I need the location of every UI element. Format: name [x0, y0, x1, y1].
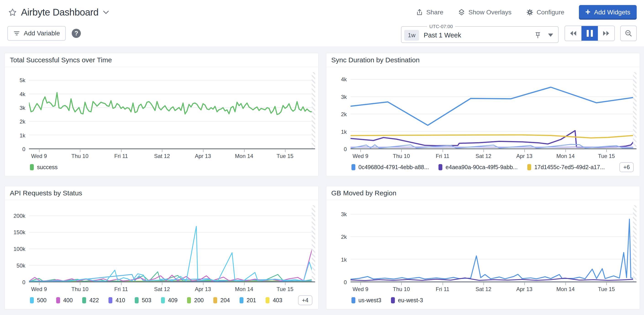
time-backward-button[interactable]: [565, 26, 582, 41]
x-tick-label: Sat 12: [154, 153, 170, 159]
line-chart[interactable]: [350, 205, 637, 282]
configure-button[interactable]: Configure: [526, 9, 564, 16]
x-tick-label: Fri 11: [436, 286, 450, 293]
legend-swatch: [161, 297, 165, 303]
legend-swatch: [527, 164, 531, 170]
pause-icon: [587, 30, 593, 37]
y-tick-label: 0: [344, 279, 347, 286]
legend-label: 17d1455c-7ed5-49d2-a17...: [534, 164, 605, 171]
legend-swatch: [30, 164, 34, 170]
time-pause-button[interactable]: [582, 26, 598, 41]
legend-item[interactable]: 0c49680d-4791-4ebb-a88...: [352, 164, 429, 171]
x-tick-label: Mon 14: [235, 153, 253, 159]
legend-item[interactable]: success: [30, 164, 58, 171]
time-range-picker[interactable]: UTC-07:00 1w Past 1 Week: [401, 24, 558, 43]
caret-down-icon[interactable]: [548, 33, 553, 37]
legend-item[interactable]: 500: [30, 297, 46, 304]
x-tick-label: Apr 13: [195, 153, 211, 159]
x-tick-label: Apr 13: [516, 286, 532, 293]
legend-label: eu-west-3: [398, 297, 423, 304]
x-tick-label: Thu 10: [393, 286, 410, 293]
x-tick-mark: [244, 283, 244, 285]
legend-item[interactable]: us-west3: [352, 297, 382, 304]
x-axis-labels: Wed 9Thu 10Fri 11Sat 12Apr 13Mon 14Tue 1…: [29, 149, 315, 160]
legend-item[interactable]: eu-west-3: [391, 297, 423, 304]
panel-total-successful-syncs: Total Successful Syncs over Time 01k2k3k…: [4, 53, 318, 176]
zoom-out-button[interactable]: [620, 25, 637, 41]
y-tick-label: 4k: [341, 76, 347, 83]
y-tick-label: 1k: [341, 257, 347, 263]
add-widgets-button[interactable]: + Add Widgets: [579, 5, 637, 20]
y-tick-label: 4k: [20, 91, 25, 97]
y-axis-labels: 050k100k150k200k: [5, 205, 29, 282]
legend-item[interactable]: 201: [240, 297, 256, 304]
range-shortcut-badge: 1w: [404, 30, 419, 41]
panel-api-requests: API Requests by Status 050k100k150k200k …: [4, 186, 318, 309]
zoom-out-icon: [624, 29, 632, 37]
show-overlays-button[interactable]: Show Overlays: [458, 9, 511, 16]
legend-swatch: [391, 297, 395, 303]
x-tick-mark: [524, 150, 525, 152]
x-tick-label: Thu 10: [393, 153, 410, 159]
chart-plot-area[interactable]: [350, 205, 637, 282]
chart-plot-area[interactable]: [350, 72, 637, 149]
dashboard-title-dropdown[interactable]: Airbyte Dashboard: [21, 7, 109, 18]
x-tick-label: Wed 9: [352, 153, 368, 159]
panel-sync-duration: Sync Duration by Destination 01k2k3k4k W…: [326, 53, 640, 176]
panel-gb-moved: GB Moved by Region 01k2k3k Wed 9Thu 10Fr…: [326, 186, 640, 309]
chevron-down-icon: [103, 10, 109, 14]
x-tick-label: Tue 15: [598, 153, 615, 159]
legend-label: 410: [116, 297, 125, 304]
add-variable-button[interactable]: Add Variable: [7, 26, 66, 41]
filter-icon: [13, 30, 20, 36]
line-chart[interactable]: [29, 72, 315, 149]
line-chart[interactable]: [350, 72, 637, 149]
y-axis-labels: 01k2k3k4k5k: [5, 72, 29, 149]
legend-item[interactable]: 200: [187, 297, 204, 304]
favorite-star-button[interactable]: [7, 7, 18, 17]
legend-more-badge[interactable]: +4: [298, 295, 312, 305]
y-tick-label: 5k: [20, 77, 25, 83]
chart-plot-area[interactable]: [29, 205, 315, 282]
legend-item[interactable]: 204: [213, 297, 230, 304]
legend-item[interactable]: 422: [82, 297, 99, 304]
timezone-label: UTC-07:00: [427, 24, 455, 29]
x-axis-labels: Wed 9Thu 10Fri 11Sat 12Apr 13Mon 14Tue 1…: [350, 282, 637, 293]
legend-item[interactable]: 409: [161, 297, 178, 304]
x-tick-label: Sat 12: [154, 286, 170, 293]
legend-swatch: [352, 164, 355, 170]
chart-plot-area[interactable]: [29, 72, 315, 149]
legend-item[interactable]: 403: [266, 297, 282, 304]
legend-label: 409: [168, 297, 178, 304]
y-tick-label: 50k: [16, 263, 25, 269]
legend-more-badge[interactable]: +6: [619, 162, 634, 172]
x-tick-mark: [401, 283, 402, 285]
chart-legend: 500400422410503409200204201403+4: [30, 293, 315, 309]
x-tick-label: Fri 11: [114, 286, 128, 293]
legend-item[interactable]: 410: [108, 297, 125, 304]
incomplete-data-hatch: [633, 72, 636, 148]
help-icon[interactable]: ?: [72, 29, 81, 38]
legend-item[interactable]: 17d1455c-7ed5-49d2-a17...: [527, 164, 605, 171]
pin-icon[interactable]: [534, 31, 541, 39]
legend-item[interactable]: 400: [56, 297, 73, 304]
widget-title: Sync Duration by Destination: [326, 53, 640, 67]
legend-label: us-west3: [358, 297, 382, 304]
legend-item[interactable]: e4aea90a-90ca-49f5-9abb...: [438, 164, 518, 171]
line-chart[interactable]: [29, 205, 315, 282]
x-tick-label: Mon 14: [556, 153, 574, 159]
y-tick-label: 200k: [14, 213, 25, 219]
x-tick-label: Wed 9: [31, 153, 47, 159]
legend-item[interactable]: 503: [135, 297, 152, 304]
y-tick-label: 3k: [341, 94, 347, 100]
x-tick-label: Mon 14: [556, 286, 574, 293]
y-tick-label: 2k: [20, 118, 25, 125]
share-button[interactable]: Share: [416, 9, 444, 16]
share-icon: [416, 9, 423, 16]
chart-legend: 0c49680d-4791-4ebb-a88...e4aea90a-90ca-4…: [352, 160, 637, 176]
time-forward-button[interactable]: [598, 26, 614, 41]
x-tick-mark: [524, 283, 525, 285]
x-tick-mark: [360, 150, 361, 152]
time-playback-controls: [564, 25, 615, 41]
add-widgets-label: Add Widgets: [594, 9, 630, 16]
